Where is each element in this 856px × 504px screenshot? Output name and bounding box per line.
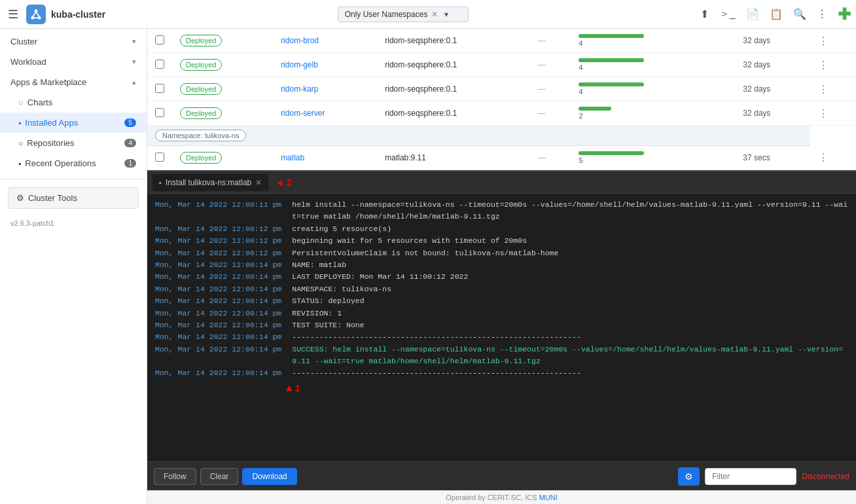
progress-wrap: 4 bbox=[579, 82, 727, 96]
progress-bar bbox=[579, 151, 644, 155]
app-name-link[interactable]: ridom-server bbox=[281, 109, 325, 118]
log-timestamp: Mon, Mar 14 2022 12:00:14 pm bbox=[155, 271, 281, 283]
row-more-icon[interactable]: ⋮ bbox=[818, 84, 829, 95]
cluster-tools-label: Cluster Tools bbox=[28, 193, 77, 203]
sidebar-item-repositories[interactable]: ○ Repositories 4 bbox=[0, 133, 147, 153]
header-actions: ⬆ ＞_ 📄 📋 🔍 ⋮ ✚ bbox=[700, 5, 851, 24]
chart-cell: ridom-seqsphere:0.1 bbox=[377, 101, 530, 126]
log-line: Mon, Mar 14 2022 12:00:11 pmhelm install… bbox=[155, 199, 848, 223]
progress-bar bbox=[579, 107, 611, 111]
app-name-link[interactable]: ridom-gelb bbox=[281, 60, 318, 69]
log-filter-input[interactable] bbox=[705, 468, 796, 485]
cluster-label: Cluster bbox=[10, 37, 37, 46]
age-cell: 37 secs bbox=[735, 146, 810, 170]
annotation-2: ◄ 2 bbox=[275, 177, 292, 188]
repositories-icon: ○ bbox=[18, 139, 23, 148]
chart-cell: matlab:9.11 bbox=[377, 146, 530, 170]
row-checkbox[interactable] bbox=[155, 108, 164, 117]
progress-wrap: 4 bbox=[579, 58, 727, 71]
status-badge: Deployed bbox=[180, 107, 222, 119]
table-row: Deployed ridom-gelb ridom-seqsphere:0.1 … bbox=[147, 53, 856, 77]
sidebar-item-installed-apps[interactable]: ▪ Installed Apps 5 bbox=[0, 113, 147, 133]
row-more-icon[interactable]: ⋮ bbox=[818, 35, 829, 46]
version-cell: — bbox=[530, 53, 571, 77]
app-name-link[interactable]: ridom-karp bbox=[281, 84, 318, 94]
log-timestamp: Mon, Mar 14 2022 12:00:14 pm bbox=[155, 259, 281, 271]
tab-close-icon[interactable]: ✕ bbox=[255, 178, 262, 187]
status-badge: Deployed bbox=[180, 35, 222, 46]
more-icon[interactable]: ⋮ bbox=[817, 8, 827, 20]
status-badge: Deployed bbox=[180, 59, 222, 71]
sidebar-item-cluster[interactable]: Cluster ▾ bbox=[0, 31, 147, 52]
log-footer-right: ⚙ Disconnected bbox=[678, 467, 849, 486]
log-timestamp: Mon, Mar 14 2022 12:00:14 pm bbox=[155, 367, 281, 379]
recent-ops-badge: 1 bbox=[124, 159, 136, 168]
hamburger-icon[interactable]: ☰ bbox=[5, 5, 21, 24]
progress-count: 4 bbox=[579, 88, 582, 96]
sidebar-nav-section: Cluster ▾ Workload ▾ Apps & Marketplace … bbox=[0, 29, 147, 176]
chart-cell: ridom-seqsphere:0.1 bbox=[377, 77, 530, 101]
row-checkbox[interactable] bbox=[155, 153, 164, 162]
progress-count: 4 bbox=[579, 39, 582, 47]
row-checkbox[interactable] bbox=[155, 84, 164, 93]
tab-terminal-icon: ▪ bbox=[159, 179, 162, 187]
sidebar-item-workload[interactable]: Workload ▾ bbox=[0, 52, 147, 72]
app-name-link[interactable]: ridom-brod bbox=[281, 36, 319, 45]
row-checkbox[interactable] bbox=[155, 35, 164, 45]
row-checkbox[interactable] bbox=[155, 60, 164, 69]
log-timestamp: Mon, Mar 14 2022 12:00:14 pm bbox=[155, 319, 281, 331]
log-timestamp: Mon, Mar 14 2022 12:00:14 pm bbox=[155, 283, 281, 295]
app-name-link[interactable]: matlab bbox=[281, 153, 304, 162]
upload-icon[interactable]: ⬆ bbox=[700, 8, 709, 20]
log-panel: ▪ Install tulikova-ns:matlab ✕ ◄ 2 Mon, … bbox=[147, 170, 856, 461]
log-message: TEST SUITE: None bbox=[292, 319, 364, 331]
cluster-tools-button[interactable]: ⚙ Cluster Tools bbox=[8, 187, 139, 209]
log-timestamp: Mon, Mar 14 2022 12:00:14 pm bbox=[155, 295, 281, 307]
log-content[interactable]: Mon, Mar 14 2022 12:00:11 pmhelm install… bbox=[147, 194, 856, 461]
clear-button[interactable]: Clear bbox=[200, 468, 239, 485]
log-tab-install[interactable]: ▪ Install tulikova-ns:matlab ✕ bbox=[152, 174, 268, 191]
follow-button[interactable]: Follow bbox=[154, 468, 196, 485]
search-icon[interactable]: 🔍 bbox=[793, 8, 806, 20]
log-timestamp: Mon, Mar 14 2022 12:00:12 pm bbox=[155, 223, 281, 235]
table-row: Deployed ridom-server ridom-seqsphere:0.… bbox=[147, 101, 856, 126]
namespace-filter-chevron[interactable]: ▾ bbox=[444, 10, 448, 19]
document-icon[interactable]: 📄 bbox=[746, 8, 759, 20]
namespace-header-row: Namespace: tulikova-ns bbox=[147, 126, 856, 146]
status-badge: Deployed bbox=[180, 83, 222, 95]
sidebar-item-charts[interactable]: ○ Charts bbox=[0, 92, 147, 113]
footer-link[interactable]: MUNI bbox=[539, 494, 558, 501]
sidebar-item-recent-operations[interactable]: ▪ Recent Operations 1 bbox=[0, 153, 147, 173]
installed-apps-label: Installed Apps bbox=[25, 118, 78, 128]
download-button[interactable]: Download bbox=[242, 468, 296, 485]
svg-point-0 bbox=[35, 10, 37, 12]
sidebar-item-apps-marketplace[interactable]: Apps & Marketplace ▴ bbox=[0, 72, 147, 92]
svg-line-4 bbox=[36, 12, 39, 17]
workload-label: Workload bbox=[10, 57, 46, 67]
row-more-icon[interactable]: ⋮ bbox=[818, 60, 829, 71]
clipboard-icon[interactable]: 📋 bbox=[770, 8, 783, 20]
chart-cell: ridom-seqsphere:0.1 bbox=[377, 53, 530, 77]
log-message: LAST DEPLOYED: Mon Mar 14 11:00:12 2022 bbox=[292, 271, 468, 283]
log-timestamp: Mon, Mar 14 2022 12:00:11 pm bbox=[155, 199, 281, 223]
svg-line-3 bbox=[33, 12, 36, 17]
table-row: Deployed ridom-karp ridom-seqsphere:0.1 … bbox=[147, 77, 856, 101]
namespace-filter-close[interactable]: ✕ bbox=[431, 10, 438, 19]
add-icon[interactable]: ✚ bbox=[838, 5, 851, 24]
footer-text: Operated by CERIT-SC, ICS bbox=[446, 494, 537, 501]
namespace-filter[interactable]: Only User Namespaces ✕ ▾ bbox=[338, 7, 469, 22]
apps-table-area: Deployed ridom-brod ridom-seqsphere:0.1 … bbox=[147, 29, 856, 170]
log-message: NAME: matlab bbox=[292, 259, 346, 271]
cluster-chevron-icon: ▾ bbox=[132, 37, 136, 46]
terminal-icon[interactable]: ＞_ bbox=[719, 7, 736, 21]
row-more-icon[interactable]: ⋮ bbox=[818, 152, 829, 163]
log-footer-left: Follow Clear Download bbox=[154, 468, 297, 485]
annotation-1: ▲1 bbox=[155, 381, 848, 398]
row-more-icon[interactable]: ⋮ bbox=[818, 108, 829, 119]
page-footer: Operated by CERIT-SC, ICS MUNI bbox=[147, 490, 856, 504]
log-settings-button[interactable]: ⚙ bbox=[678, 467, 700, 486]
top-header: ☰ kuba-cluster Only User Namespaces ✕ ▾ … bbox=[0, 0, 856, 29]
repositories-label: Repositories bbox=[27, 138, 74, 148]
log-line: Mon, Mar 14 2022 12:00:14 pmLAST DEPLOYE… bbox=[155, 271, 848, 283]
progress-wrap: 4 bbox=[579, 34, 727, 47]
